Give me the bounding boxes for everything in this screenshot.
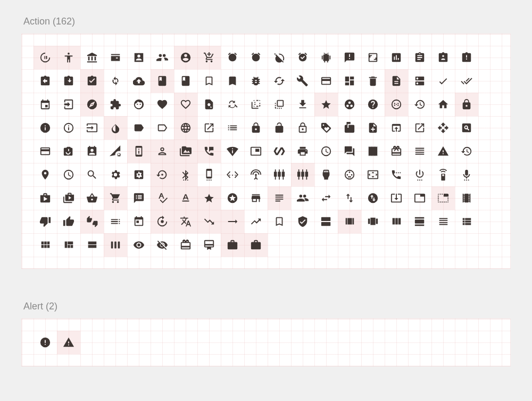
perm-scan-wifi-icon[interactable] (221, 140, 244, 163)
flip-to-back-icon[interactable] (244, 93, 268, 116)
android-icon[interactable] (314, 46, 338, 69)
delete-icon[interactable] (361, 69, 385, 93)
payment-icon[interactable] (34, 140, 57, 163)
tab-icon[interactable] (408, 186, 431, 210)
settings-input-antenna-icon[interactable] (244, 163, 268, 186)
help-icon[interactable] (361, 93, 385, 116)
query-builder-icon[interactable] (314, 140, 338, 163)
trending-up-icon[interactable] (244, 210, 268, 233)
credit-card-icon[interactable] (314, 69, 338, 93)
picture-in-picture-icon[interactable] (244, 140, 268, 163)
dashboard-icon[interactable] (338, 69, 361, 93)
view-agenda-icon[interactable] (314, 210, 338, 233)
perm-phone-msg-icon[interactable] (197, 140, 221, 163)
settings-bluetooth-icon[interactable] (174, 163, 197, 186)
cached-icon[interactable] (268, 69, 291, 93)
find-replace-icon[interactable] (221, 93, 244, 116)
assignment-ind-icon[interactable] (431, 46, 455, 69)
alarm-add-icon[interactable] (244, 46, 268, 69)
subject-icon[interactable] (268, 186, 291, 210)
thumb-down-icon[interactable] (34, 210, 57, 233)
invert-colors-icon[interactable] (104, 116, 127, 140)
settings-applications-icon[interactable] (127, 163, 151, 186)
bookmark-border-icon[interactable] (197, 69, 221, 93)
settings-input-component-icon[interactable] (268, 163, 291, 186)
perm-identity-icon[interactable] (151, 140, 174, 163)
history-icon[interactable] (408, 93, 431, 116)
assignment-icon[interactable] (408, 46, 431, 69)
3d-rotation-icon[interactable] (34, 46, 57, 69)
view-carousel-icon[interactable] (361, 210, 385, 233)
flip-to-front-icon[interactable] (268, 93, 291, 116)
perm-device-information-icon[interactable] (127, 140, 151, 163)
warning-icon[interactable] (57, 331, 80, 354)
open-in-browser-icon[interactable] (385, 116, 408, 140)
thumbs-up-down-icon[interactable] (80, 210, 104, 233)
settings-backup-restore-icon[interactable] (151, 163, 174, 186)
open-with-icon[interactable] (431, 116, 455, 140)
group-work-icon[interactable] (338, 93, 361, 116)
settings-input-composite-icon[interactable] (291, 163, 314, 186)
receipt-icon[interactable] (361, 140, 385, 163)
account-box-icon[interactable] (127, 46, 151, 69)
view-day-icon[interactable] (408, 210, 431, 233)
input-icon[interactable] (80, 116, 104, 140)
perm-contact-calendar-icon[interactable] (80, 140, 104, 163)
autorenew-icon[interactable] (104, 69, 127, 93)
tab-unselected-icon[interactable] (431, 186, 455, 210)
perm-camera-mic-icon[interactable] (57, 140, 80, 163)
add-shopping-cart-icon[interactable] (197, 46, 221, 69)
shopping-basket-icon[interactable] (80, 186, 104, 210)
settings-icon[interactable] (104, 163, 127, 186)
print-icon[interactable] (291, 140, 314, 163)
home-icon[interactable] (431, 93, 455, 116)
note-add-icon[interactable] (361, 116, 385, 140)
spellcheck-icon[interactable] (151, 186, 174, 210)
find-in-page-icon[interactable] (197, 93, 221, 116)
done-all-icon[interactable] (455, 69, 478, 93)
lock-outline-icon[interactable] (291, 116, 314, 140)
perm-data-setting-icon[interactable] (104, 140, 127, 163)
view-headline-icon[interactable] (431, 210, 455, 233)
label-outline-icon[interactable] (151, 116, 174, 140)
system-update-alt-icon[interactable] (385, 186, 408, 210)
swap-vertical-circle-icon[interactable] (361, 186, 385, 210)
dns-icon[interactable] (408, 69, 431, 93)
error-icon[interactable] (34, 331, 57, 354)
supervisor-account-icon[interactable] (151, 46, 174, 69)
explore-icon[interactable] (80, 93, 104, 116)
settings-remote-icon[interactable] (431, 163, 455, 186)
list-icon[interactable] (221, 116, 244, 140)
settings-input-svideo-icon[interactable] (338, 163, 361, 186)
settings-overscan-icon[interactable] (361, 163, 385, 186)
verified-user-icon[interactable] (291, 210, 314, 233)
launch-icon[interactable] (197, 116, 221, 140)
trending-down-icon[interactable] (197, 210, 221, 233)
swap-vert-icon[interactable] (338, 186, 361, 210)
visibility-icon[interactable] (127, 233, 151, 257)
polymer-icon[interactable] (268, 140, 291, 163)
alarm-off-icon[interactable] (268, 46, 291, 69)
search-icon[interactable] (80, 163, 104, 186)
language-icon[interactable] (174, 116, 197, 140)
work-filled-icon[interactable] (244, 233, 268, 257)
favorite-border-icon[interactable] (174, 93, 197, 116)
settings-voice-icon[interactable] (455, 163, 478, 186)
assignment-return-icon[interactable] (34, 69, 57, 93)
theaters-icon[interactable] (455, 186, 478, 210)
book-icon[interactable] (151, 69, 174, 93)
build-icon[interactable] (291, 69, 314, 93)
get-app-icon[interactable] (291, 93, 314, 116)
account-balance-wallet-icon[interactable] (104, 46, 127, 69)
bug-report-icon[interactable] (244, 69, 268, 93)
account-circle-icon[interactable] (174, 46, 197, 69)
pageview-icon[interactable] (455, 116, 478, 140)
view-quilt-icon[interactable] (57, 233, 80, 257)
shopping-cart-icon[interactable] (104, 186, 127, 210)
class-icon[interactable] (174, 69, 197, 93)
account-balance-icon[interactable] (80, 46, 104, 69)
question-answer-icon[interactable] (338, 140, 361, 163)
work-icon[interactable] (221, 233, 244, 257)
trending-flat-icon[interactable] (221, 210, 244, 233)
visibility-off-icon[interactable] (151, 233, 174, 257)
